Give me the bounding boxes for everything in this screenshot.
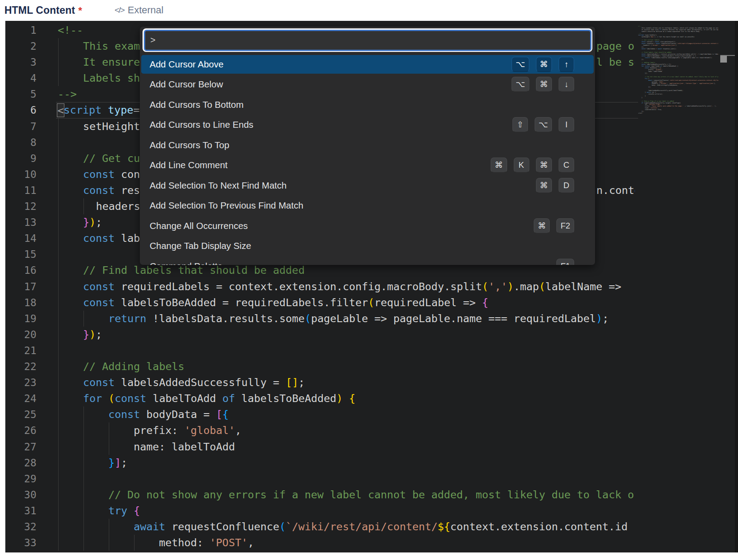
- code-token: await: [134, 521, 165, 533]
- code-line-fragment: n.conte: [596, 182, 635, 198]
- code-token: ;: [96, 216, 102, 229]
- code-token: const: [83, 296, 115, 309]
- code-token: script: [63, 104, 102, 116]
- indent-guide: [109, 439, 109, 455]
- code-token: [102, 392, 108, 405]
- palette-row-add-cursors-to-line-ends[interactable]: Add Cursors to Line Ends⇧⌥I: [140, 115, 595, 135]
- code-line: headers: [96, 198, 140, 214]
- indent-guide: [58, 150, 59, 166]
- code-line: const bodyData = [{: [108, 406, 229, 422]
- code-line: for (const labelToAdd of labelsToBeAdded…: [83, 390, 355, 406]
- keycap-f1: F1: [556, 259, 574, 265]
- code-token: return: [108, 312, 147, 325]
- code-token: (: [108, 392, 115, 405]
- code-token: lab: [115, 232, 140, 245]
- indent-guide: [83, 439, 84, 455]
- code-token: ): [596, 312, 602, 325]
- code-token: type: [108, 104, 133, 116]
- field-label: HTML Content*: [4, 4, 82, 16]
- palette-row-add-cursor-above[interactable]: Add Cursor Above⌥⌘↑: [140, 54, 595, 75]
- code-line: Labels sh: [83, 70, 140, 86]
- keycap-f2: F2: [556, 218, 574, 233]
- code-token: ): [337, 392, 343, 405]
- minimap-line: return !labelsData.results.some(pageLabl…: [638, 57, 721, 59]
- code-token: !labelsData.results.some: [147, 312, 305, 325]
- form-header: HTML Content* </> External: [0, 0, 738, 21]
- indent-guide: [58, 439, 59, 455]
- command-palette: > Add Cursor Above⌥⌘↑Add Cursor Below⌥⌘↓…: [140, 27, 595, 265]
- indent-guide: [58, 487, 59, 503]
- code-token: page or: [596, 40, 635, 52]
- code-token: n.conte: [596, 184, 635, 197]
- keycap-⌥: ⌥: [512, 57, 529, 72]
- scrollbar-thumb[interactable]: [720, 56, 727, 63]
- code-line: await requestConfluence(`/wiki/rest/api/…: [134, 519, 627, 535]
- shortcut-keys: ⌘F2: [534, 216, 574, 236]
- code-token: .map: [514, 280, 539, 293]
- indent-guide: [83, 455, 84, 471]
- code-line: const res: [83, 182, 140, 198]
- indent-guide: [58, 54, 59, 70]
- external-toggle-button[interactable]: </> External: [115, 4, 163, 16]
- palette-row-label: Change All Occurrences: [141, 217, 594, 235]
- indent-guide: [58, 134, 59, 150]
- palette-row-add-cursors-to-bottom[interactable]: Add Cursors To Bottom: [140, 95, 595, 115]
- external-label: External: [127, 4, 163, 16]
- code-token: requiredLabel =>: [374, 296, 482, 309]
- indent-guide: [109, 519, 109, 535]
- palette-row-add-cursors-to-top[interactable]: Add Cursors To Top: [140, 135, 595, 155]
- palette-row-add-selection-to-previous-find-match[interactable]: Add Selection To Previous Find Match: [140, 196, 595, 216]
- palette-row-command-palette[interactable]: Command PaletteF1: [140, 256, 595, 265]
- indent-guide: [58, 375, 59, 390]
- code-token: [: [216, 408, 222, 421]
- indent-guide: [58, 295, 59, 311]
- code-token: bodyData =: [140, 408, 216, 421]
- code-token: ,: [235, 424, 241, 437]
- code-token: ;: [298, 376, 305, 389]
- code-token: const: [83, 280, 115, 293]
- palette-command-list: Add Cursor Above⌥⌘↑Add Cursor Below⌥⌘↓Ad…: [140, 54, 595, 265]
- palette-row-change-tab-display-size[interactable]: Change Tab Display Size: [140, 236, 595, 256]
- code-token: }: [83, 328, 89, 341]
- code-token: // Find labels that should be added: [83, 264, 305, 276]
- code-line: This exam: [83, 38, 140, 54]
- code-token: [127, 505, 134, 517]
- code-token: }: [83, 216, 89, 229]
- indent-guide: [83, 503, 84, 519]
- code-line: });: [83, 214, 102, 230]
- indent-guide: [58, 70, 59, 86]
- palette-row-change-all-occurrences[interactable]: Change All Occurrences⌘F2: [140, 216, 595, 236]
- palette-row-add-line-comment[interactable]: Add Line Comment⌘K⌘C: [140, 155, 595, 176]
- palette-row-label: Add Selection To Previous Find Match: [141, 197, 594, 215]
- indent-guide: [58, 182, 59, 198]
- palette-prompt-text: >: [151, 35, 156, 45]
- keycap-d: D: [559, 178, 574, 193]
- code-line: // Do not show any errors if a new label…: [108, 487, 635, 503]
- palette-row-add-cursor-below[interactable]: Add Cursor Below⌥⌘↓: [140, 75, 595, 95]
- code-token: name: labelToAdd: [134, 441, 235, 453]
- keycap-⌘: ⌘: [491, 158, 507, 173]
- palette-row-add-selection-to-next-find-match[interactable]: Add Selection To Next Find Match⌘D: [140, 175, 595, 196]
- code-token: labelToAdd: [147, 392, 222, 405]
- code-token: l be se: [596, 56, 635, 68]
- keycap-⌥: ⌥: [512, 77, 529, 92]
- code-line: const labelsToBeAdded = requiredLabels.f…: [83, 295, 488, 311]
- code-token: res: [115, 184, 140, 197]
- shortcut-keys: F1: [556, 256, 574, 265]
- code-token: // Adding labels: [83, 360, 184, 373]
- indent-guide: [58, 311, 59, 327]
- overview-ruler[interactable]: [720, 21, 735, 552]
- keycap-c: C: [559, 158, 574, 173]
- palette-row-label: Add Cursors To Bottom: [141, 95, 594, 114]
- code-token: requestConfluence: [165, 521, 279, 533]
- indent-guide: [58, 406, 59, 422]
- indent-guide: [58, 455, 59, 471]
- indent-guide: [58, 422, 59, 438]
- minimap[interactable]: <!-- This example allows you to configur…: [638, 26, 721, 549]
- code-token: labelsAddedSuccessfully =: [115, 376, 286, 389]
- code-editor[interactable]: 1234567891011121314151617181920212223242…: [5, 21, 738, 552]
- code-token: (: [279, 521, 286, 533]
- code-token: ): [89, 328, 95, 341]
- palette-input[interactable]: >: [144, 30, 591, 51]
- shortcut-keys: ⌥⌘↑: [512, 54, 574, 75]
